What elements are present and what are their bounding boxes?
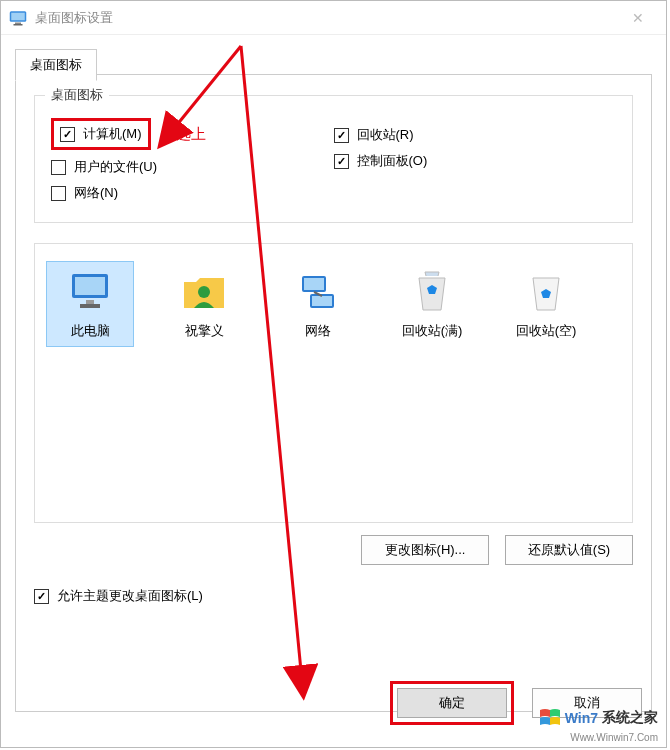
- checkbox-label: 用户的文件(U): [74, 158, 157, 176]
- tab-desktop-icons[interactable]: 桌面图标: [15, 49, 97, 81]
- svg-rect-3: [14, 24, 23, 26]
- checkbox-label: 控制面板(O): [357, 152, 428, 170]
- ok-button[interactable]: 确定: [397, 688, 507, 718]
- svg-rect-2: [15, 22, 21, 24]
- icon-item-user[interactable]: 祝擎义: [161, 262, 247, 346]
- svg-rect-12: [312, 296, 332, 306]
- close-icon[interactable]: ✕: [618, 3, 658, 33]
- watermark-brand2: 系统之家: [602, 709, 658, 727]
- annotation-box-computer: 计算机(M): [51, 118, 151, 150]
- svg-rect-1: [11, 12, 25, 20]
- dialog-window: 桌面图标设置 ✕ 桌面图标 桌面图标 计算机(M) 勾选上: [0, 0, 667, 748]
- annotation-box-ok: 确定: [390, 681, 514, 725]
- checkbox-mark-icon: [334, 128, 349, 143]
- checkbox-control-panel[interactable]: 控制面板(O): [334, 152, 617, 170]
- icon-item-recycle-full[interactable]: 回收站(满): [389, 262, 475, 346]
- watermark: Win7 系统之家 Www.Winwin7.Com: [539, 707, 658, 729]
- icon-label: 此电脑: [71, 322, 110, 340]
- group-desktop-icons: 桌面图标 计算机(M) 勾选上 用户的文件(U): [34, 95, 633, 223]
- annotation-text: 勾选上: [161, 125, 206, 144]
- checkbox-label: 回收站(R): [357, 126, 414, 144]
- icon-item-network[interactable]: 网络: [275, 262, 361, 346]
- user-folder-icon: [180, 268, 228, 316]
- tab-panel: 桌面图标 计算机(M) 勾选上 用户的文件(U): [15, 74, 652, 712]
- checkbox-network[interactable]: 网络(N): [51, 184, 334, 202]
- svg-rect-5: [75, 277, 105, 295]
- icon-preview-panel: 此电脑 祝擎义 网络: [34, 243, 633, 523]
- watermark-url: Www.Winwin7.Com: [570, 732, 658, 743]
- checkbox-label: 允许主题更改桌面图标(L): [57, 587, 203, 605]
- icon-label: 回收站(满): [402, 322, 463, 340]
- recycle-empty-icon: [522, 268, 570, 316]
- recycle-full-icon: [408, 268, 456, 316]
- icon-label: 回收站(空): [516, 322, 577, 340]
- tabstrip: 桌面图标: [1, 35, 666, 75]
- windows-logo-icon: [539, 707, 561, 729]
- window-title: 桌面图标设置: [35, 9, 113, 27]
- checkbox-recycle[interactable]: 回收站(R): [334, 126, 617, 144]
- checkbox-label: 计算机(M): [83, 125, 142, 143]
- checkbox-allow-theme[interactable]: 允许主题更改桌面图标(L): [34, 587, 633, 605]
- checkbox-mark-icon: [60, 127, 75, 142]
- icon-label: 祝擎义: [185, 322, 224, 340]
- checkbox-mark-icon: [34, 589, 49, 604]
- icon-label: 网络: [305, 322, 331, 340]
- svg-rect-6: [86, 300, 94, 304]
- checkbox-userfiles[interactable]: 用户的文件(U): [51, 158, 334, 176]
- network-icon: [294, 268, 342, 316]
- change-icon-button[interactable]: 更改图标(H)...: [361, 535, 489, 565]
- group-legend: 桌面图标: [45, 86, 109, 104]
- checkbox-label: 网络(N): [74, 184, 118, 202]
- checkbox-mark-icon: [51, 160, 66, 175]
- checkbox-mark-icon: [334, 154, 349, 169]
- checkbox-mark-icon: [51, 186, 66, 201]
- restore-defaults-button[interactable]: 还原默认值(S): [505, 535, 633, 565]
- computer-icon: [66, 268, 114, 316]
- icon-buttons-row: 更改图标(H)... 还原默认值(S): [34, 535, 633, 565]
- checkbox-computer[interactable]: 计算机(M): [60, 125, 142, 143]
- titlebar: 桌面图标设置 ✕: [1, 1, 666, 35]
- system-icon: [9, 10, 27, 26]
- icon-item-recycle-empty[interactable]: 回收站(空): [503, 262, 589, 346]
- svg-point-8: [198, 286, 210, 298]
- svg-rect-10: [304, 278, 324, 290]
- watermark-brand1: Win7: [565, 710, 598, 726]
- icon-item-thispc[interactable]: 此电脑: [47, 262, 133, 346]
- svg-rect-7: [80, 304, 100, 308]
